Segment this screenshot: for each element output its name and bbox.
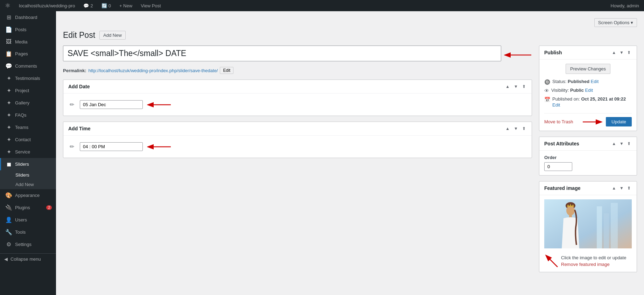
remove-featured-image-link[interactable]: Remove featured image [561, 262, 610, 267]
sidebar-item-dashboard[interactable]: ⊞ Dashboard [0, 11, 56, 23]
gallery-icon: ✦ [5, 100, 12, 106]
sidebar-subitem-add-new[interactable]: Add New [0, 180, 56, 189]
sidebar-item-pages[interactable]: 📋 Pages [0, 48, 56, 60]
add-date-expand[interactable]: ⬆ [521, 83, 527, 90]
sidebar-item-label: Comments [15, 63, 52, 69]
post-attributes-header[interactable]: Post Attributes ▲ ▼ ⬆ [539, 137, 637, 151]
add-time-edit-button[interactable]: ✏ [68, 142, 76, 151]
publish-box-title: Publish [544, 50, 562, 55]
add-time-metabox-header[interactable]: Add Time ▲ ▼ ⬆ [63, 122, 532, 136]
sidebar-item-label: Teams [15, 125, 52, 130]
collapse-label: Collapse menu [10, 256, 41, 262]
sidebar-item-posts[interactable]: 📄 Posts [0, 23, 56, 36]
status-edit-link[interactable]: Edit [591, 79, 598, 84]
sidebar-item-label: Sliders [15, 162, 52, 167]
screen-options-button[interactable]: Screen Options ▾ [594, 18, 637, 27]
move-to-trash-link[interactable]: Move to Trash [544, 119, 573, 124]
wp-wrap: ⊞ Dashboard 📄 Posts 🖼 Media 📋 Pages 💬 Co… [0, 11, 644, 295]
post-main-column: Permalink: http://localhost/luzuk/weddin… [63, 46, 532, 164]
sidebar-item-label: Media [15, 39, 52, 44]
post-attr-collapse-down[interactable]: ▼ [618, 140, 625, 147]
publish-box-controls: ▲ ▼ ⬆ [611, 49, 632, 56]
add-date-metabox: Add Date ▲ ▼ ⬆ ✏ [63, 80, 532, 116]
permalink-row: Permalink: http://localhost/luzuk/weddin… [63, 67, 532, 74]
add-date-controls: ▲ ▼ ⬆ [504, 83, 527, 90]
status-label: Status: [552, 79, 566, 84]
svg-rect-13 [604, 213, 609, 248]
publish-expand[interactable]: ⬆ [626, 49, 632, 56]
add-date-field[interactable] [80, 100, 143, 109]
add-new-button[interactable]: Add New [99, 31, 126, 40]
svg-line-15 [546, 256, 558, 267]
featured-image-header[interactable]: Featured image ▲ ▼ ⬆ [539, 181, 637, 195]
comments-link[interactable]: 💬 2 [81, 0, 95, 11]
calendar-icon: 📅 [544, 97, 550, 102]
sidebar-item-media[interactable]: 🖼 Media [0, 36, 56, 48]
title-arrow [504, 51, 532, 59]
post-title-input[interactable] [63, 46, 501, 61]
sidebar-item-users[interactable]: 👤 Users [0, 214, 56, 226]
add-time-field[interactable] [80, 142, 143, 151]
add-time-collapse-down[interactable]: ▼ [513, 125, 519, 132]
howdy-user[interactable]: Howdy, admin [609, 0, 641, 11]
site-name[interactable]: localhost/luzuk/wedding-pro [17, 0, 77, 11]
published-label: Published on: [552, 96, 580, 102]
add-time-collapse-up[interactable]: ▲ [504, 125, 511, 132]
visibility-edit-link[interactable]: Edit [585, 88, 593, 93]
wp-logo[interactable]: ⚛ [3, 0, 13, 11]
update-arrow [582, 118, 603, 125]
add-time-title: Add Time [68, 126, 91, 131]
publish-box-content: Preview Changes 🔘 Status: Published Edit [539, 60, 637, 131]
sidebar-item-appearance[interactable]: 🎨 Appearance [0, 189, 56, 201]
collapse-menu-button[interactable]: ◀ Collapse menu [0, 253, 56, 265]
add-date-collapse-down[interactable]: ▼ [513, 83, 519, 90]
add-date-metabox-header[interactable]: Add Date ▲ ▼ ⬆ [63, 80, 532, 94]
publish-collapse-down[interactable]: ▼ [618, 49, 625, 56]
featured-img-collapse-down[interactable]: ▼ [618, 185, 625, 191]
permalink-url[interactable]: http://localhost/luzuk/wedding-pro/index… [88, 68, 218, 73]
publish-box-header[interactable]: Publish ▲ ▼ ⬆ [539, 46, 637, 60]
page-title: Edit Post [63, 30, 95, 40]
permalink-edit-button[interactable]: Edit [220, 67, 233, 74]
sidebar-item-project[interactable]: ✦ Project [0, 84, 56, 97]
sidebar-item-teams[interactable]: ✦ Teams [0, 121, 56, 133]
publish-collapse-up[interactable]: ▲ [611, 49, 617, 56]
sidebar-item-label: Contact [15, 137, 52, 142]
sidebar-item-tools[interactable]: 🔧 Tools [0, 226, 56, 238]
sidebar-item-service[interactable]: ✦ Service [0, 146, 56, 158]
featured-img-expand[interactable]: ⬆ [626, 185, 632, 191]
preview-changes-button[interactable]: Preview Changes [566, 64, 610, 74]
view-post-link[interactable]: View Post [139, 0, 163, 11]
add-time-expand[interactable]: ⬆ [521, 125, 527, 132]
add-date-edit-button[interactable]: ✏ [68, 100, 76, 109]
posts-icon: 📄 [5, 26, 12, 33]
status-value: Published [568, 79, 589, 84]
new-content-link[interactable]: + New [117, 0, 134, 11]
sidebar-item-faqs[interactable]: ✦ FAQs [0, 109, 56, 121]
add-date-collapse-up[interactable]: ▲ [504, 83, 511, 90]
sidebar-item-contact[interactable]: ✦ Contact [0, 133, 56, 146]
update-icon: 🔄 [102, 3, 107, 8]
publish-status-item: 🔘 Status: Published Edit [544, 77, 632, 86]
sidebar-item-plugins[interactable]: 🔌 Plugins 2 [0, 201, 56, 214]
featured-image-thumbnail[interactable] [544, 199, 632, 249]
sidebar-item-testimonials[interactable]: ✦ Testimonials [0, 72, 56, 84]
users-icon: 👤 [5, 217, 12, 223]
publish-box: Publish ▲ ▼ ⬆ Preview Changes [539, 46, 637, 131]
sidebar-item-gallery[interactable]: ✦ Gallery [0, 97, 56, 109]
updates-link[interactable]: 🔄 0 [99, 0, 113, 11]
featured-img-collapse-up[interactable]: ▲ [611, 185, 617, 191]
publish-visibility-item: 👁 Visibility: Public Edit [544, 86, 632, 95]
sidebar-item-sliders[interactable]: ◼ Sliders [0, 158, 56, 170]
published-date-edit-link[interactable]: Edit [552, 102, 632, 108]
post-attr-expand[interactable]: ⬆ [626, 140, 632, 147]
update-button[interactable]: Update [606, 117, 632, 126]
publish-date-item: 📅 Published on: Oct 25, 2021 at 09:22 Ed… [544, 95, 632, 109]
teams-icon: ✦ [5, 124, 12, 131]
sidebar-subitem-sliders[interactable]: Sliders [0, 170, 56, 180]
order-input[interactable] [544, 162, 572, 171]
sidebar-item-comments[interactable]: 💬 Comments [0, 60, 56, 72]
post-attr-collapse-up[interactable]: ▲ [611, 140, 617, 147]
sidebar-item-settings[interactable]: ⚙ Settings [0, 238, 56, 251]
collapse-icon: ◀ [4, 256, 8, 262]
